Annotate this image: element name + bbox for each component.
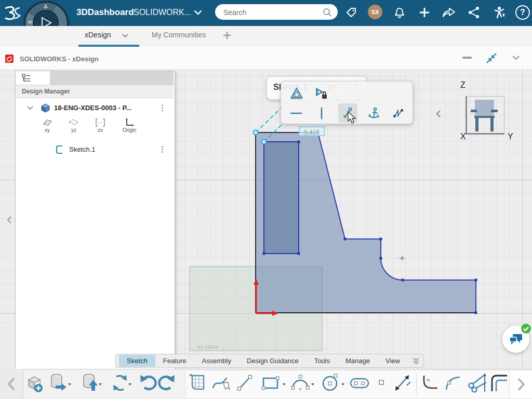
tab-manage[interactable]: Manage [338, 355, 378, 367]
rectangle-caret[interactable] [283, 383, 286, 385]
tree-root-label[interactable]: 18-ENG-XDES-0003 - P... [54, 104, 131, 112]
tab-design-guidance[interactable]: Design Guidance [239, 355, 307, 367]
offset-icon[interactable] [489, 373, 510, 394]
avatar[interactable]: SX [368, 5, 382, 19]
save-import-db-icon[interactable] [81, 372, 99, 394]
panel-title-row: Design Manager [16, 85, 174, 98]
viewcube-collapse-chevron-icon[interactable] [434, 109, 443, 118]
tag-icon[interactable] [345, 6, 357, 19]
tab-assembly[interactable]: Assembly [194, 355, 239, 367]
sketch-inner-rect[interactable] [264, 142, 299, 254]
vertical-constraint-icon [315, 107, 328, 120]
panel-tab-design-manager[interactable] [16, 71, 50, 85]
restore-icon[interactable] [485, 52, 498, 64]
help-glyph: ? [520, 8, 525, 17]
sketch-kebab-menu-icon[interactable] [162, 146, 163, 148]
refresh-sync-icon[interactable] [110, 373, 130, 393]
vertical-constraint-button[interactable] [312, 103, 331, 123]
smart-dimension-icon[interactable] [393, 372, 413, 394]
root-kebab-menu-icon[interactable] [162, 104, 163, 106]
anchor-fix-button[interactable] [364, 103, 383, 123]
window-collapse-chevron-icon[interactable] [511, 55, 521, 61]
arc-icon[interactable] [290, 373, 311, 393]
circle-caret[interactable] [341, 383, 344, 385]
redo-icon[interactable] [157, 374, 177, 393]
add-tab-icon[interactable] [222, 31, 232, 40]
minimize-button[interactable] [462, 57, 472, 59]
share-network-icon[interactable] [467, 6, 481, 19]
tab-xdesign-chevron-icon[interactable] [121, 33, 129, 38]
chevron-down-icon[interactable] [193, 9, 203, 16]
tab-feature[interactable]: Feature [155, 355, 194, 367]
save-export-caret[interactable] [68, 383, 71, 385]
tree-root-row[interactable]: 18-ENG-XDES-0003 - P... [16, 101, 174, 115]
plane-yz-icon [68, 118, 79, 127]
undo-icon[interactable] [138, 374, 158, 393]
arc-center-marker[interactable] [400, 256, 405, 261]
freehand-sketch-icon[interactable] [211, 373, 232, 393]
save-import-caret[interactable] [99, 383, 102, 385]
horizontal-constraint-button[interactable] [286, 103, 305, 123]
ribbon-collapse-double-chevron-icon[interactable] [411, 356, 421, 366]
forward-chevron-icon [516, 377, 526, 392]
new-part-icon[interactable] [25, 373, 44, 394]
save-export-db-icon[interactable] [48, 372, 67, 394]
point-icon[interactable] [377, 378, 385, 387]
selected-point-2[interactable] [262, 140, 267, 144]
add-icon[interactable] [418, 6, 431, 19]
plane-item-yz[interactable]: yz [66, 117, 82, 140]
sketch-grid-icon[interactable] [187, 373, 207, 393]
plane-item-zx[interactable]: zx [92, 117, 108, 140]
brand-3ds-logo[interactable] [2, 4, 23, 22]
toolbar-forward-button[interactable] [509, 370, 532, 399]
rectangle-icon[interactable] [261, 374, 281, 392]
fillet-corner-icon[interactable] [420, 373, 441, 393]
tree-expand-chevron-icon[interactable] [26, 105, 34, 111]
origin-item[interactable]: Origin [117, 117, 141, 140]
dimension-value: 9.427 [304, 129, 320, 136]
line-icon[interactable] [236, 373, 254, 393]
viewcube-figure-arm-right [491, 110, 498, 112]
community-person-icon[interactable] [491, 5, 506, 20]
selected-point-1[interactable] [254, 130, 258, 135]
slot-icon[interactable] [349, 375, 370, 391]
constraint-flag-lock-icon [314, 87, 329, 100]
bell-icon[interactable] [393, 6, 406, 19]
help-icon[interactable]: ? [515, 5, 530, 20]
app-title: SOLIDWORKS - xDesign [20, 55, 99, 63]
auto-constraint-button[interactable] [287, 84, 306, 103]
chat-button[interactable] [502, 326, 529, 353]
plane-item-xy[interactable]: xy [39, 117, 55, 140]
chat-bubble-icon [509, 333, 523, 345]
dimension-value-box[interactable]: 9.427 [299, 126, 325, 136]
spline-curve-icon[interactable] [443, 373, 463, 393]
share-arrow-icon[interactable] [442, 6, 456, 19]
tab-view[interactable]: View [378, 355, 408, 367]
panel-collapse-chevron-icon[interactable] [5, 215, 14, 225]
plane-xy-label: xy [39, 127, 55, 133]
refresh-sync-caret[interactable] [128, 383, 131, 385]
plane-zx-label: zx [92, 127, 108, 133]
tab-tools[interactable]: Tools [307, 355, 338, 367]
antenna-icon [43, 4, 49, 10]
dimension-button[interactable] [389, 103, 408, 123]
brand-3ds-logo-svg [2, 4, 23, 22]
tree-sketch-label[interactable]: Sketch.1 [69, 145, 96, 153]
search-icon[interactable] [322, 7, 332, 18]
tab-sketch[interactable]: Sketch [119, 355, 155, 367]
toolbar-separator-1 [416, 374, 417, 394]
constraint-lock-button[interactable] [312, 84, 331, 103]
part-cube-icon [41, 103, 50, 113]
arc-caret[interactable] [311, 383, 314, 385]
tab-my-communities[interactable]: My Communities [152, 31, 206, 39]
tree-sketch-row[interactable]: Sketch.1 [16, 143, 174, 156]
plane-zx-icon [95, 118, 106, 127]
viewcube-frame[interactable] [466, 96, 504, 135]
circle-icon[interactable] [320, 372, 341, 394]
trim-scissors-icon[interactable] [467, 372, 488, 394]
search-input[interactable] [222, 6, 321, 19]
tab-xdesign[interactable]: xDesign [85, 31, 111, 39]
toolbar-back-button[interactable] [0, 369, 23, 399]
compass-label-3d: 3D [28, 20, 33, 24]
topbar-title-app[interactable]: SOLIDWORK... [134, 8, 191, 17]
